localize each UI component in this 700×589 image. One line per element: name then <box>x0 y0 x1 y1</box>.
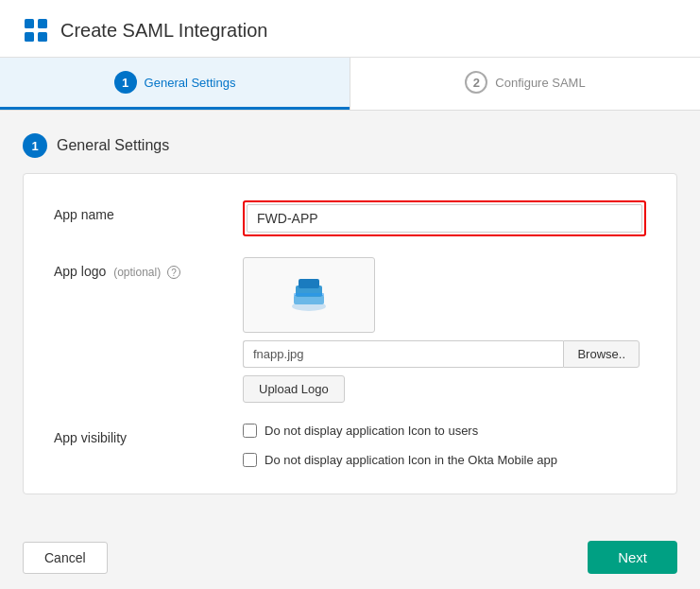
checkbox-no-icon-users[interactable] <box>243 424 257 438</box>
cancel-button[interactable]: Cancel <box>23 542 108 574</box>
step-general-settings[interactable]: 1 General Settings <box>0 58 350 110</box>
page-title: Create SAML Integration <box>60 20 267 42</box>
checkbox-row-1: Do not display application Icon to users <box>243 424 646 438</box>
app-name-label: App name <box>54 200 243 222</box>
file-name-input[interactable] <box>243 340 563 368</box>
optional-text: (optional) <box>113 266 161 279</box>
app-visibility-controls: Do not display application Icon to users… <box>243 424 646 467</box>
help-icon[interactable]: ? <box>167 266 180 279</box>
page-footer: Cancel Next <box>0 526 700 589</box>
svg-rect-3 <box>38 32 47 42</box>
app-visibility-row: App visibility Do not display applicatio… <box>54 424 646 467</box>
svg-rect-8 <box>294 293 324 296</box>
svg-rect-1 <box>38 19 47 28</box>
app-logo-icon <box>23 17 49 43</box>
main-content: 1 General Settings App name App logo <box>0 111 700 503</box>
stepper: 1 General Settings 2 Configure SAML <box>0 58 700 111</box>
section-header: 1 General Settings <box>23 133 677 158</box>
step-2-circle: 2 <box>465 71 487 94</box>
logo-preview <box>243 257 375 333</box>
svg-rect-7 <box>299 279 319 288</box>
upload-logo-button[interactable]: Upload Logo <box>243 375 345 403</box>
svg-rect-0 <box>25 19 34 28</box>
form-card: App name App logo (optional) ? <box>23 173 677 494</box>
app-logo-row: App logo (optional) ? <box>54 257 646 403</box>
app-name-input[interactable] <box>247 204 642 233</box>
svg-rect-2 <box>25 32 34 42</box>
file-row: Browse.. <box>243 340 640 368</box>
step-configure-saml[interactable]: 2 Configure SAML <box>350 58 700 110</box>
checkbox-label-1: Do not display application Icon to users <box>265 424 478 438</box>
stack-icon <box>286 276 332 314</box>
app-logo-label: App logo (optional) ? <box>54 257 243 279</box>
step-1-label: General Settings <box>145 76 236 90</box>
app-name-input-wrapper <box>243 200 646 236</box>
browse-button[interactable]: Browse.. <box>563 340 640 368</box>
app-name-row: App name <box>54 200 646 236</box>
step-2-label: Configure SAML <box>495 76 585 90</box>
step-1-circle: 1 <box>114 71 137 94</box>
page-wrapper: Create SAML Integration 1 General Settin… <box>0 0 700 589</box>
checkbox-label-2: Do not display application Icon in the O… <box>265 453 557 467</box>
page-header: Create SAML Integration <box>0 0 700 58</box>
section-number: 1 <box>23 133 47 158</box>
checkbox-no-icon-mobile[interactable] <box>243 453 257 467</box>
app-logo-controls: Browse.. Upload Logo <box>243 257 646 403</box>
section-title: General Settings <box>57 137 169 154</box>
checkbox-row-2: Do not display application Icon in the O… <box>243 453 646 467</box>
app-visibility-label: App visibility <box>54 424 243 445</box>
app-name-controls <box>243 200 646 236</box>
next-button[interactable]: Next <box>588 541 677 574</box>
